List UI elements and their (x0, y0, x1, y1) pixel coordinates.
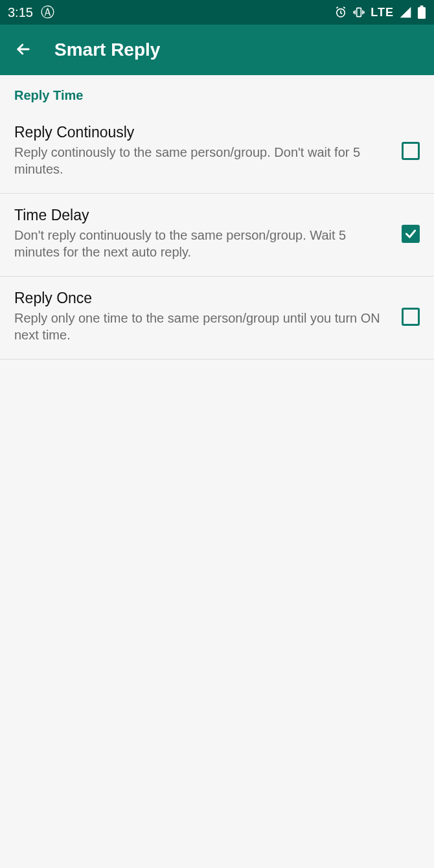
option-desc: Reply only one time to the same person/g… (14, 310, 389, 343)
status-bar-right: LTE (334, 5, 426, 19)
option-reply-continuously[interactable]: Reply Continously Reply continously to t… (0, 111, 434, 194)
status-bar-left: 3:15 Ⓐ (8, 3, 54, 21)
page-title: Smart Reply (54, 40, 160, 60)
option-title: Reply Continously (14, 124, 389, 141)
svg-rect-2 (418, 7, 426, 19)
checkbox-reply-once[interactable] (402, 308, 420, 326)
svg-rect-1 (357, 8, 361, 16)
lte-label: LTE (371, 6, 394, 19)
checkbox-time-delay[interactable] (402, 225, 420, 243)
option-desc: Don't reply continuously to the same per… (14, 227, 389, 260)
a-circle-icon: Ⓐ (41, 3, 54, 21)
alarm-icon (334, 6, 347, 19)
option-desc: Reply continously to the same person/gro… (14, 144, 389, 177)
option-reply-once[interactable]: Reply Once Reply only one time to the sa… (0, 277, 434, 360)
back-button[interactable] (8, 34, 39, 65)
option-title: Reply Once (14, 290, 389, 307)
option-title: Time Delay (14, 207, 389, 224)
status-bar: 3:15 Ⓐ LTE (0, 0, 434, 25)
content-area: Reply Time Reply Continously Reply conti… (0, 75, 434, 360)
checkbox-reply-continuously[interactable] (402, 142, 420, 160)
status-time: 3:15 (8, 5, 33, 20)
arrow-back-icon (14, 40, 32, 60)
signal-icon (399, 6, 412, 19)
section-header-reply-time: Reply Time (0, 75, 434, 111)
app-bar: Smart Reply (0, 25, 434, 75)
svg-rect-3 (420, 6, 424, 8)
battery-icon (417, 5, 426, 19)
option-time-delay[interactable]: Time Delay Don't reply continuously to t… (0, 194, 434, 277)
check-icon (404, 227, 417, 240)
vibrate-icon (352, 6, 365, 19)
